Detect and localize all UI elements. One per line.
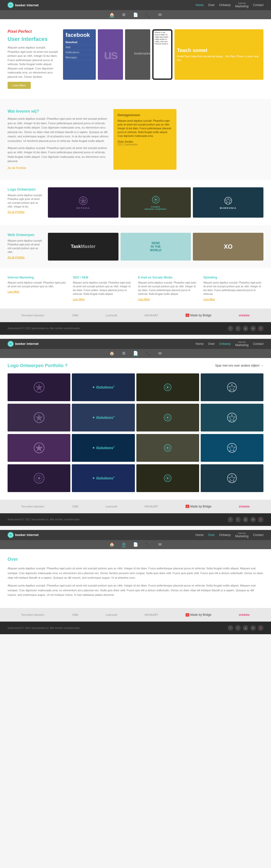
made-bridge-label-3: Made by Bridge bbox=[190, 613, 211, 617]
nav2-marketing[interactable]: Internet Marketing bbox=[235, 341, 248, 347]
doc-icon-btn-2[interactable]: 📄 bbox=[133, 351, 138, 356]
portfolio-cell-2[interactable]: ✦ iSolutions® bbox=[72, 373, 135, 401]
logo-portfolio-link[interactable]: Zie de Portfolio bbox=[7, 211, 25, 213]
phone-icon-btn-2[interactable]: 📞 bbox=[146, 351, 151, 356]
service-0-link[interactable]: Lees Meer bbox=[7, 290, 20, 293]
footer-google-icon[interactable]: g bbox=[243, 326, 248, 331]
fb-wall[interactable]: Wall bbox=[66, 45, 93, 50]
gear-icon-btn-2[interactable]: ⚙ bbox=[122, 351, 126, 356]
gear-icon-btn[interactable]: ⚙ bbox=[122, 12, 126, 17]
portfolio-cell-4[interactable] bbox=[201, 373, 264, 401]
web-portfolio-link[interactable]: Zie de Portfolio bbox=[7, 256, 25, 259]
footer-facebook-icon[interactable]: f bbox=[228, 326, 233, 331]
service-3-link[interactable]: Lees Meer bbox=[203, 298, 215, 301]
sponsor-novaart: NOVAART bbox=[145, 314, 158, 317]
portfolio-cell-11[interactable] bbox=[136, 434, 199, 462]
footer-linkedin-icon[interactable]: in bbox=[250, 326, 256, 331]
footer-twitter-icon[interactable]: t bbox=[235, 326, 241, 331]
fb-notifications[interactable]: Notifications bbox=[66, 50, 93, 55]
mail-icon-btn-3[interactable]: ✉ bbox=[158, 542, 162, 547]
footer-facebook-icon-3[interactable]: f bbox=[228, 625, 233, 631]
nav-item-home[interactable]: Home bbox=[196, 3, 204, 7]
portfolio-cell-8[interactable] bbox=[201, 404, 264, 432]
site-logo-2[interactable]: beeker internet bbox=[7, 341, 39, 347]
home-icon-btn[interactable]: 🏠 bbox=[109, 12, 114, 18]
nav-item-over[interactable]: Over bbox=[208, 3, 215, 7]
fb-messages[interactable]: Messages bbox=[66, 55, 93, 60]
footer-linkedin-icon-2[interactable]: in bbox=[250, 517, 256, 522]
logo-card-cosmic[interactable]: COSMICDESIGN COMPANY bbox=[121, 187, 191, 218]
mail-icon-btn[interactable]: ✉ bbox=[158, 12, 162, 17]
site-logo-3[interactable]: beeker internet bbox=[7, 532, 39, 538]
home-icon-btn-3[interactable]: 🏠 bbox=[109, 542, 114, 547]
footer-twitter-icon-2[interactable]: t bbox=[235, 517, 241, 522]
site-logo[interactable]: beeker internet bbox=[7, 2, 39, 8]
service-1-link[interactable]: Lees Meer bbox=[73, 298, 85, 301]
doc-icon-btn-3[interactable]: 📄 bbox=[133, 542, 138, 547]
doc-icon-btn[interactable]: 📄 bbox=[133, 12, 138, 17]
service-2-body: Aliquam porta dapibus suscipit. Phasellu… bbox=[138, 281, 198, 296]
wat-portfolio-link[interactable]: Zie de Portfolio bbox=[7, 166, 26, 169]
nav-item-ontwerp[interactable]: Ontwerp bbox=[219, 3, 231, 7]
nav-links-3: Home Over Ontwerp Internet Marketing Con… bbox=[196, 532, 264, 538]
footer-google-icon-2[interactable]: g bbox=[243, 517, 248, 522]
footer-google-icon-3[interactable]: g bbox=[243, 625, 248, 631]
nav-links-2: Home Over Ontwerp Internet Marketing Con… bbox=[196, 341, 264, 347]
nav3-over[interactable]: Over bbox=[208, 533, 215, 537]
portfolio-cell-1[interactable] bbox=[7, 373, 70, 401]
web-card-taskmaster[interactable]: TaskMaster bbox=[48, 233, 118, 260]
portfolio-cell-10[interactable]: ✦ iSolutions® bbox=[72, 434, 135, 462]
portfolio-cell-9[interactable] bbox=[7, 434, 70, 462]
sponsor-label-1: Tevreden klanten: bbox=[21, 314, 45, 317]
portfolio-cell-7[interactable] bbox=[136, 404, 199, 432]
yellow-body: KinderTown helps find educational playgr… bbox=[177, 55, 261, 62]
logo-card-mamounia[interactable]: MAMOUNIA bbox=[193, 187, 264, 218]
portfolio-cell-6[interactable]: ✦ iSolutions® bbox=[72, 404, 135, 432]
portfolio-cell-14[interactable]: ✦ iSolutions® bbox=[72, 464, 135, 492]
hero-btn[interactable]: Lees Meer bbox=[7, 82, 31, 89]
panel-bookmarks: bookmarks bbox=[125, 29, 150, 80]
service-2-link[interactable]: Lees Meer bbox=[138, 298, 150, 301]
portfolio-cell-15[interactable] bbox=[136, 464, 199, 492]
portfolio-grid-row1: ✦ iSolutions® bbox=[7, 373, 264, 401]
sponsor-made-bridge-3: m Made by Bridge bbox=[185, 613, 211, 617]
fb-newsfeed[interactable]: Newsfeed bbox=[66, 40, 93, 45]
footer-dribbble-icon-2[interactable]: d bbox=[258, 517, 264, 522]
web-card-send[interactable]: SENDIN THEWORLD bbox=[121, 233, 191, 260]
sponsor-latvisoft-2: Latvisoft bbox=[106, 505, 117, 508]
sponsor-dribbble-3: dribbble bbox=[239, 613, 249, 616]
nav3-home[interactable]: Home bbox=[196, 533, 204, 537]
logo-card-octavia[interactable]: OCTAVIA bbox=[48, 187, 118, 218]
nav2-ontwerp[interactable]: Ontwerp bbox=[219, 342, 231, 346]
nav2-contact[interactable]: Contact bbox=[253, 342, 264, 346]
sponsor-novaart-3: NOVAART bbox=[145, 613, 158, 616]
footer-dribbble-icon[interactable]: d bbox=[258, 326, 264, 331]
nav3-contact[interactable]: Contact bbox=[253, 533, 264, 537]
footer-twitter-icon-3[interactable]: t bbox=[235, 625, 241, 631]
portfolio-cell-13[interactable] bbox=[7, 464, 70, 492]
nav2-home[interactable]: Home bbox=[196, 342, 204, 346]
nav3-ontwerp[interactable]: Ontwerp bbox=[219, 533, 231, 537]
logo-body: Aliquam porta dapibus suscipit. Phasellu… bbox=[7, 193, 43, 209]
fb-title: facebook bbox=[66, 32, 93, 38]
yellow-title: Teach somet bbox=[177, 48, 261, 53]
footer-dribbble-icon-3[interactable]: d bbox=[258, 625, 264, 631]
nav3-marketing[interactable]: Internet Marketing bbox=[235, 532, 248, 538]
phone-icon-btn[interactable]: 📞 bbox=[146, 12, 151, 17]
portfolio-cell-3[interactable] bbox=[136, 373, 199, 401]
nav-item-marketing[interactable]: Internet Marketing bbox=[235, 2, 248, 8]
portfolio-cell-5[interactable] bbox=[7, 404, 70, 432]
service-internet-marketing: Internet Marketing Aliquam porta dapibus… bbox=[7, 276, 68, 301]
portfolio-cell-12[interactable] bbox=[201, 434, 264, 462]
footer-facebook-icon-2[interactable]: f bbox=[228, 517, 233, 522]
footer-linkedin-icon-3[interactable]: in bbox=[250, 625, 256, 631]
nav-item-contact[interactable]: Contact bbox=[253, 3, 264, 7]
logo-left: Logo Ontwerpen Aliquam porta dapibus sus… bbox=[7, 187, 43, 218]
home-icon-btn-2[interactable]: 🏠 bbox=[109, 351, 114, 356]
mail-icon-btn-2[interactable]: ✉ bbox=[158, 351, 162, 356]
phone-icon-btn-3[interactable]: 📞 bbox=[146, 542, 151, 547]
web-card-xo[interactable]: XO bbox=[193, 233, 264, 260]
gear-icon-btn-3[interactable]: ⚙ bbox=[122, 542, 126, 547]
nav2-over[interactable]: Over bbox=[208, 342, 215, 346]
portfolio-cell-16[interactable] bbox=[201, 464, 264, 492]
